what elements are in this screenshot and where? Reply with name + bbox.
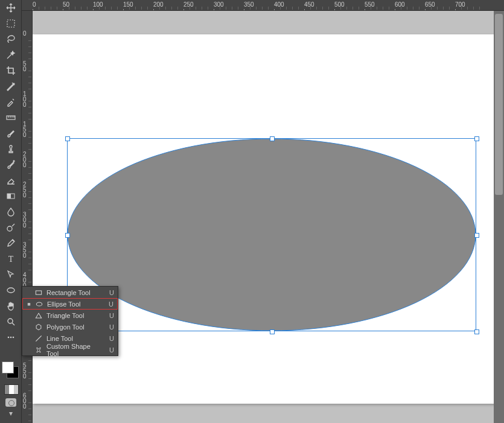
ruler-tick: 250 <box>23 182 31 198</box>
history-brush-tool[interactable] <box>0 157 22 173</box>
menu-item-shortcut: U <box>106 323 114 331</box>
ruler-tool[interactable] <box>0 110 22 126</box>
svg-marker-11 <box>9 412 13 416</box>
svg-point-4 <box>7 226 12 231</box>
ruler-tick: 350 <box>244 1 254 8</box>
triangle-icon <box>34 311 43 320</box>
foreground-color-swatch[interactable] <box>2 361 14 374</box>
svg-rect-0 <box>7 20 14 27</box>
menu-item-label: Line Tool <box>46 335 102 342</box>
custom-icon <box>34 346 43 354</box>
menu-item-label: Custom Shape Tool <box>46 343 102 357</box>
menu-item-label: Ellipse Tool <box>47 301 101 308</box>
svg-point-14 <box>36 302 42 305</box>
menu-item-shortcut: U <box>106 335 114 342</box>
menu-item-label: Rectangle Tool <box>46 289 102 296</box>
ruler-tick: 200 <box>23 151 31 168</box>
foreground-background-swatch[interactable] <box>2 361 20 380</box>
quick-mask-toggle[interactable] <box>5 398 16 407</box>
ruler-tick: 300 <box>23 212 31 228</box>
line-icon <box>34 334 43 343</box>
blur-tool[interactable] <box>0 204 22 220</box>
more-tool[interactable] <box>0 329 22 345</box>
shape-tool[interactable] <box>0 282 22 298</box>
shape-menu-item-polygon[interactable]: Polygon ToolU <box>22 321 118 332</box>
svg-text:T: T <box>8 255 14 264</box>
fill-stroke-swatches[interactable] <box>4 384 19 395</box>
shape-menu-item-rect[interactable]: Rectangle ToolU <box>22 287 118 298</box>
type-tool[interactable]: T <box>0 251 22 267</box>
svg-rect-3 <box>7 194 11 199</box>
ruler-tick: 100 <box>23 91 31 107</box>
lasso-tool[interactable] <box>0 31 22 47</box>
ruler-tick: 450 <box>304 1 314 8</box>
hand-tool[interactable] <box>0 298 22 314</box>
brush-tool[interactable] <box>0 126 22 141</box>
pen-tool[interactable] <box>0 235 22 251</box>
ruler-vertical[interactable]: 050100150200250300350400450500550600650 <box>22 11 33 423</box>
tool-panel: T <box>0 0 22 423</box>
eyedropper-tool[interactable] <box>0 94 22 110</box>
zoom-tool[interactable] <box>0 314 22 329</box>
svg-point-9 <box>10 337 12 339</box>
ruler-tick: 0 <box>23 31 31 36</box>
ruler-tick: 200 <box>153 1 164 8</box>
ruler-tick: 100 <box>93 1 103 8</box>
svg-point-7 <box>8 319 13 323</box>
polygon-icon <box>34 323 43 331</box>
magic-wand-tool[interactable] <box>0 47 22 63</box>
shape-menu-item-ellipse[interactable]: ■Ellipse ToolU <box>22 298 118 310</box>
scrollbar-thumb[interactable] <box>495 14 503 195</box>
ellipse-icon <box>35 300 43 308</box>
ruler-tick: 400 <box>274 1 284 8</box>
rect-icon <box>34 288 43 297</box>
menu-active-marker: ■ <box>27 301 31 307</box>
ruler-tick: 0 <box>33 1 36 8</box>
eraser-tool[interactable] <box>0 173 22 188</box>
marquee-tool[interactable] <box>0 16 22 31</box>
ruler-tick: 550 <box>365 1 375 8</box>
stamp-tool[interactable] <box>0 141 22 157</box>
ruler-tick: 650 <box>425 1 435 8</box>
slice-tool[interactable] <box>0 78 22 94</box>
toolbar-expand-handle[interactable] <box>8 411 13 417</box>
ellipse-shape[interactable] <box>67 138 476 331</box>
gradient-tool[interactable] <box>0 188 22 204</box>
crop-tool[interactable] <box>0 63 22 78</box>
svg-point-12 <box>68 139 476 331</box>
shape-menu-item-custom[interactable]: Custom Shape ToolU <box>22 344 118 355</box>
shape-menu-item-triangle[interactable]: Triangle ToolU <box>22 310 118 321</box>
svg-point-8 <box>8 337 10 339</box>
menu-item-label: Polygon Tool <box>46 323 102 331</box>
ruler-tick: 500 <box>334 1 345 8</box>
shape-tool-flyout: Rectangle ToolU■Ellipse ToolUTriangle To… <box>22 286 118 356</box>
menu-item-shortcut: U <box>106 312 114 319</box>
ruler-tick: 350 <box>23 242 31 258</box>
menu-item-shortcut: U <box>105 301 113 308</box>
ruler-tick: 150 <box>23 121 31 138</box>
ruler-horizontal[interactable]: 0501001502002503003504004505005506006507… <box>22 0 504 11</box>
svg-point-6 <box>7 288 14 293</box>
vertical-scrollbar[interactable] <box>494 11 504 423</box>
ruler-tick: 550 <box>23 363 31 379</box>
svg-rect-13 <box>36 290 41 294</box>
ruler-tick: 150 <box>123 1 133 8</box>
ruler-tick: 600 <box>23 393 31 409</box>
ruler-tick: 300 <box>214 1 224 8</box>
ruler-tick: 600 <box>395 1 405 8</box>
move-tool[interactable] <box>0 0 22 16</box>
path-select-tool[interactable] <box>0 267 22 282</box>
workspace[interactable] <box>33 11 504 423</box>
menu-item-label: Triangle Tool <box>46 312 102 319</box>
svg-point-10 <box>13 337 14 339</box>
ruler-tick: 700 <box>455 1 465 8</box>
menu-item-shortcut: U <box>106 346 114 354</box>
ruler-tick: 250 <box>183 1 194 8</box>
menu-item-shortcut: U <box>106 289 114 296</box>
dodge-tool[interactable] <box>0 220 22 235</box>
